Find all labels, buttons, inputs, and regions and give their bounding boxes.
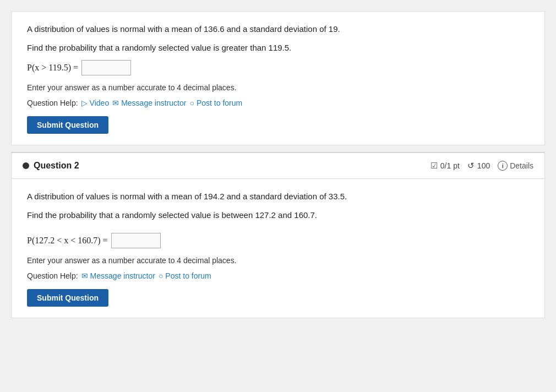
q1-help-row: Question Help: ▷ Video ✉ Message instruc…	[27, 99, 529, 107]
question-1-block: A distribution of values is normal with …	[11, 11, 545, 145]
q2-math-expr: P(127.2 < x < 160.7) =	[27, 236, 108, 246]
timer-icon: ↺	[467, 161, 475, 171]
q2-details-link[interactable]: i Details	[498, 161, 533, 171]
q1-submit-button[interactable]: Submit Question	[27, 116, 108, 134]
q1-video-link[interactable]: ▷ Video	[81, 99, 110, 107]
q1-text2: Find the probability that a randomly sel…	[27, 41, 529, 55]
q2-meta: ☑ 0/1 pt ↺ 100 i Details	[430, 161, 533, 171]
q2-timer-group: ↺ 100	[467, 161, 490, 171]
q1-math-expr: P(x > 119.5) =	[27, 63, 78, 73]
q2-help-row: Question Help: ✉ Message instructor ○ Po…	[27, 271, 529, 280]
q1-help-label: Question Help:	[27, 99, 78, 107]
q2-forum-icon: ○	[159, 271, 163, 280]
page-container: A distribution of values is normal with …	[11, 11, 545, 318]
q2-bullet	[23, 162, 29, 169]
q1-math-line: P(x > 119.5) =	[27, 60, 529, 75]
q2-label: Question 2	[23, 161, 79, 171]
q2-forum-link[interactable]: ○ Post to forum	[159, 271, 211, 280]
q2-email-icon: ✉	[81, 271, 88, 280]
q2-header: Question 2 ☑ 0/1 pt ↺ 100 i Details	[12, 153, 544, 179]
q2-details-label: Details	[510, 161, 533, 170]
question-2-block: Question 2 ☑ 0/1 pt ↺ 100 i Details A di…	[11, 153, 545, 318]
q2-text1: A distribution of values is normal with …	[27, 190, 529, 203]
q2-title: Question 2	[34, 161, 79, 171]
q2-decimal-note: Enter your answer as a number accurate t…	[27, 256, 529, 265]
q1-answer-input[interactable]	[81, 60, 131, 75]
q1-decimal-note: Enter your answer as a number accurate t…	[27, 83, 529, 92]
q2-message-link[interactable]: ✉ Message instructor	[81, 271, 155, 280]
q1-message-link[interactable]: ✉ Message instructor	[112, 99, 186, 107]
email-icon: ✉	[112, 99, 119, 107]
q2-submit-button[interactable]: Submit Question	[27, 289, 108, 307]
q2-answer-input[interactable]	[111, 233, 161, 248]
q1-text1: A distribution of values is normal with …	[27, 23, 529, 36]
q2-body: A distribution of values is normal with …	[12, 179, 544, 318]
q2-score: 0/1 pt	[440, 161, 460, 170]
q2-help-label: Question Help:	[27, 271, 78, 280]
forum-icon: ○	[189, 99, 194, 107]
score-checkmark-icon: ☑	[430, 161, 438, 171]
q2-text2: Find the probability that a randomly sel…	[27, 209, 529, 222]
video-icon: ▷	[81, 99, 88, 107]
info-icon: i	[498, 161, 508, 171]
q2-timer: 100	[477, 161, 490, 170]
q2-math-line: P(127.2 < x < 160.7) =	[27, 233, 529, 248]
q1-forum-link[interactable]: ○ Post to forum	[189, 99, 242, 107]
q2-score-group: ☑ 0/1 pt	[430, 161, 460, 171]
